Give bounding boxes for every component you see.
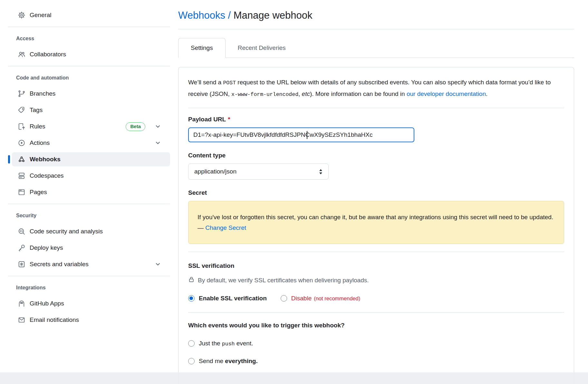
sidebar-item-deploy-keys[interactable]: Deploy keys bbox=[12, 241, 170, 255]
repository-settings-page: General Access Collaborators Code and au… bbox=[0, 0, 588, 384]
github-app-icon bbox=[18, 300, 25, 307]
intro-segment: . bbox=[486, 90, 487, 97]
urlencoded-code: x-www-form-urlencoded bbox=[231, 91, 298, 98]
sidebar-item-label: Branches bbox=[30, 90, 55, 97]
sidebar-item-label: Pages bbox=[30, 189, 47, 196]
intro-text: We’ll send a POST request to the URL bel… bbox=[188, 77, 564, 100]
sidebar-item-label: Code security and analysis bbox=[30, 228, 103, 235]
send-everything-label: Send me everything. bbox=[199, 358, 258, 365]
tag-icon bbox=[18, 106, 25, 114]
content-type-value: application/json bbox=[194, 168, 236, 175]
gear-icon bbox=[18, 11, 25, 19]
sidebar-divider bbox=[8, 27, 170, 27]
intro-segment: , bbox=[298, 90, 302, 97]
sidebar-item-code-security[interactable]: Code security and analysis bbox=[12, 224, 170, 239]
sidebar-item-general[interactable]: General bbox=[12, 8, 170, 22]
beta-badge: Beta bbox=[126, 122, 145, 131]
sidebar-section-security: Security bbox=[16, 213, 170, 219]
events-heading: Which events would you like to trigger t… bbox=[188, 322, 564, 329]
event-option-push-row: Just the push event. bbox=[188, 340, 564, 347]
sidebar-divider bbox=[8, 276, 170, 276]
secret-warning-flash: If you've lost or forgotten this secret,… bbox=[188, 201, 564, 244]
sidebar-item-webhooks[interactable]: Webhooks bbox=[12, 152, 170, 166]
viewport-bottom-band bbox=[0, 372, 588, 384]
just-push-radio[interactable] bbox=[188, 340, 195, 347]
payload-url-wrap bbox=[188, 127, 414, 142]
etc-italic: etc bbox=[302, 90, 310, 97]
sidebar-item-label: Deploy keys bbox=[30, 244, 63, 251]
payload-url-label: Payload URL* bbox=[188, 116, 564, 123]
git-branch-icon bbox=[18, 90, 25, 98]
tab-recent-deliveries[interactable]: Recent Deliveries bbox=[226, 38, 298, 58]
everything-bold: everything. bbox=[225, 358, 257, 364]
page-title-text: Manage webhook bbox=[234, 10, 313, 21]
chevron-down-icon bbox=[155, 123, 161, 130]
payload-url-input[interactable] bbox=[188, 127, 414, 142]
content-type-label: Content type bbox=[188, 152, 564, 159]
sidebar-item-github-apps[interactable]: GitHub Apps bbox=[12, 296, 170, 311]
sidebar-item-label: Rules bbox=[30, 123, 45, 130]
people-icon bbox=[18, 51, 25, 58]
sidebar-item-secrets-variables[interactable]: Secrets and variables bbox=[12, 257, 170, 271]
text-cursor bbox=[307, 131, 307, 139]
ssl-radio-row: Enable SSL verification Disable (not rec… bbox=[188, 295, 564, 302]
settings-sidebar: General Access Collaborators Code and au… bbox=[0, 0, 178, 329]
sidebar-item-rules[interactable]: Rules Beta bbox=[12, 119, 170, 134]
developer-documentation-link[interactable]: our developer documentation bbox=[407, 90, 486, 97]
sidebar-item-tags[interactable]: Tags bbox=[12, 103, 170, 117]
enable-ssl-radio[interactable] bbox=[188, 295, 195, 302]
lock-icon bbox=[188, 276, 195, 284]
sidebar-divider bbox=[8, 66, 170, 66]
just-push-pre: Just the bbox=[199, 340, 222, 347]
ssl-description-row: By default, we verify SSL certificates w… bbox=[188, 276, 564, 284]
disable-ssl-radio[interactable] bbox=[281, 295, 287, 302]
codespaces-icon bbox=[18, 172, 25, 180]
sidebar-item-actions[interactable]: Actions bbox=[12, 136, 170, 150]
intro-segment: ). More information can be found in bbox=[310, 90, 407, 97]
just-push-label: Just the push event. bbox=[199, 340, 253, 347]
change-secret-link[interactable]: Change Secret bbox=[205, 224, 246, 231]
chevron-down-icon bbox=[155, 261, 161, 267]
disable-ssl-note: (not recommended) bbox=[314, 295, 360, 302]
sidebar-item-label: Codespaces bbox=[30, 172, 64, 179]
section-divider bbox=[188, 312, 564, 313]
sidebar-item-label: GitHub Apps bbox=[30, 300, 64, 307]
section-divider bbox=[188, 252, 564, 252]
push-code: push bbox=[222, 341, 235, 347]
sidebar-item-codespaces[interactable]: Codespaces bbox=[12, 169, 170, 183]
send-everything-radio[interactable] bbox=[188, 358, 195, 364]
enable-ssl-label: Enable SSL verification bbox=[199, 295, 267, 302]
sidebar-item-label: General bbox=[30, 12, 52, 19]
asterisk-box-icon bbox=[18, 260, 25, 268]
breadcrumb-webhooks-link[interactable]: Webhooks / bbox=[178, 10, 231, 21]
webhook-settings-box: We’ll send a POST request to the URL bel… bbox=[178, 67, 574, 384]
sidebar-section-code-automation: Code and automation bbox=[16, 75, 170, 81]
sidebar-item-collaborators[interactable]: Collaborators bbox=[12, 47, 170, 61]
sidebar-item-pages[interactable]: Pages bbox=[12, 185, 170, 199]
sidebar-section-access: Access bbox=[16, 36, 170, 42]
secret-label: Secret bbox=[188, 189, 564, 196]
sidebar-item-email-notifications[interactable]: Email notifications bbox=[12, 313, 170, 327]
sidebar-item-label: Webhooks bbox=[30, 156, 61, 163]
tab-settings[interactable]: Settings bbox=[178, 38, 226, 58]
key-icon bbox=[18, 244, 25, 252]
event-option-everything-row: Send me everything. bbox=[188, 358, 564, 365]
just-push-post: event. bbox=[235, 340, 253, 347]
content-type-select[interactable]: application/json bbox=[188, 164, 329, 180]
sidebar-item-branches[interactable]: Branches bbox=[12, 87, 170, 101]
sidebar-item-label: Secrets and variables bbox=[30, 261, 89, 268]
rules-icon bbox=[18, 123, 25, 130]
post-code: POST bbox=[223, 80, 236, 86]
sidebar-divider bbox=[8, 204, 170, 204]
sidebar-item-label: Tags bbox=[30, 107, 43, 114]
ssl-verification-heading: SSL verification bbox=[188, 262, 564, 269]
sidebar-item-label: Collaborators bbox=[30, 51, 66, 58]
sidebar-item-label: Email notifications bbox=[30, 316, 79, 323]
intro-segment: We’ll send a bbox=[188, 79, 223, 86]
tabnav: Settings Recent Deliveries bbox=[178, 38, 574, 58]
code-scan-icon bbox=[18, 228, 25, 235]
page-title: Webhooks / Manage webhook bbox=[178, 9, 574, 29]
main-content: Webhooks / Manage webhook Settings Recen… bbox=[178, 0, 574, 384]
secret-warning-text: If you've lost or forgotten this secret,… bbox=[198, 214, 553, 231]
browser-icon bbox=[18, 188, 25, 196]
